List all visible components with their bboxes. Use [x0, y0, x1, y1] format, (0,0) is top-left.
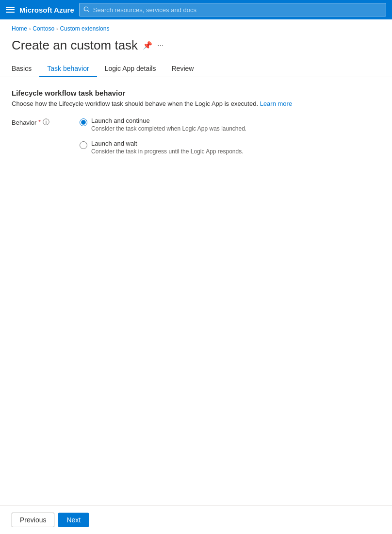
radio-option-launch-wait[interactable]: Launch and wait Consider the task in pro…	[80, 140, 246, 155]
search-icon	[83, 6, 90, 13]
bottom-bar: Previous Next	[0, 505, 392, 534]
page-title: Create an custom task	[12, 38, 138, 53]
more-options-icon[interactable]: ···	[157, 41, 163, 50]
section-description: Choose how the Lifecycle workflow task s…	[12, 100, 380, 107]
section-title: Lifecycle workflow task behavior	[12, 89, 380, 97]
breadcrumb-home[interactable]: Home	[12, 25, 27, 32]
behavior-row: Behavior * ⓘ Launch and continue Conside…	[12, 117, 380, 155]
search-input[interactable]	[93, 6, 382, 14]
radio-option-launch-continue[interactable]: Launch and continue Consider the task co…	[80, 117, 246, 132]
breadcrumb-sep-1: ›	[29, 26, 31, 32]
tab-basics[interactable]: Basics	[12, 61, 39, 77]
radio-text-launch-continue: Launch and continue Consider the task co…	[91, 117, 246, 132]
radio-desc-launch-wait: Consider the task in progress until the …	[91, 148, 244, 155]
radio-text-launch-wait: Launch and wait Consider the task in pro…	[91, 140, 244, 155]
radio-label-launch-wait: Launch and wait	[91, 140, 244, 147]
tab-task-behavior[interactable]: Task behavior	[39, 61, 97, 77]
tab-logic-app-details[interactable]: Logic App details	[97, 61, 164, 77]
search-bar[interactable]	[79, 3, 386, 17]
behavior-label: Behavior * ⓘ	[12, 117, 60, 127]
breadcrumb-custom-extensions[interactable]: Custom extensions	[60, 25, 109, 32]
main-content: Home › Contoso › Custom extensions Creat…	[0, 19, 392, 505]
tab-review[interactable]: Review	[163, 61, 201, 77]
page-header: Create an custom task 📌 ···	[0, 36, 392, 61]
learn-more-link[interactable]: Learn more	[260, 100, 292, 107]
behavior-label-text: Behavior	[12, 119, 36, 126]
app-title: Microsoft Azure	[19, 6, 74, 14]
info-icon[interactable]: ⓘ	[43, 118, 49, 127]
pin-icon[interactable]: 📌	[143, 41, 152, 50]
tabs-bar: Basics Task behavior Logic App details R…	[0, 61, 392, 77]
previous-button[interactable]: Previous	[12, 513, 54, 527]
next-button[interactable]: Next	[58, 513, 89, 527]
breadcrumb: Home › Contoso › Custom extensions	[0, 19, 392, 36]
radio-input-launch-wait[interactable]	[80, 141, 87, 149]
hamburger-menu-icon[interactable]	[6, 7, 15, 13]
breadcrumb-contoso[interactable]: Contoso	[33, 25, 54, 32]
required-indicator: *	[38, 119, 41, 126]
breadcrumb-sep-2: ›	[56, 26, 58, 32]
form-area: Lifecycle workflow task behavior Choose …	[0, 77, 392, 505]
radio-input-launch-continue[interactable]	[80, 118, 87, 126]
section-desc-text: Choose how the Lifecycle workflow task s…	[12, 100, 258, 107]
radio-options: Launch and continue Consider the task co…	[80, 117, 246, 155]
top-navigation: Microsoft Azure	[0, 0, 392, 19]
radio-label-launch-continue: Launch and continue	[91, 117, 246, 124]
radio-desc-launch-continue: Consider the task completed when Logic A…	[91, 125, 246, 132]
